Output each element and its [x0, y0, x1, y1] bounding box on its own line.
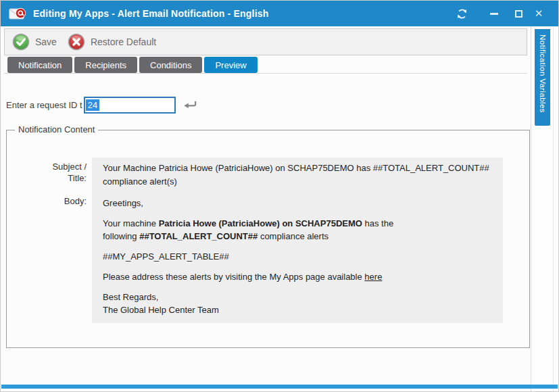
titlebar: Editing My Apps - Alert Email Notificati…	[1, 1, 558, 26]
group-title: Notification Content	[15, 124, 98, 134]
tab-preview[interactable]: Preview	[204, 57, 257, 73]
request-id-selected-text: 24	[86, 99, 99, 111]
window-body: Save Restore Default	[1, 26, 558, 391]
minimize-icon	[490, 13, 498, 15]
window: Editing My Apps - Alert Email Notificati…	[0, 0, 559, 392]
body-table-token: ##MY_APPS_ALERT_TABLE##	[103, 250, 492, 263]
window-controls: ✕	[452, 4, 549, 23]
return-arrow-icon	[183, 100, 197, 110]
tab-recipients[interactable]: Recipients	[74, 57, 137, 73]
restore-default-button[interactable]: Restore Default	[68, 33, 156, 51]
maximize-button[interactable]	[508, 4, 529, 23]
rail-divider	[553, 26, 554, 391]
red-x-circle-icon	[68, 33, 85, 51]
notification-variables-tab[interactable]: Notification Variables	[535, 29, 550, 126]
email-alert-icon	[9, 6, 27, 22]
body-label: Body:	[38, 195, 87, 207]
body-signoff: Best Regards, The Global Help Center Tea…	[103, 291, 492, 316]
here-link[interactable]: here	[364, 272, 382, 282]
subject-title-value: Your Machine Patricia Howe (PatriciaHowe…	[92, 157, 503, 193]
window-bottom-edge	[1, 385, 558, 389]
close-button[interactable]: ✕	[529, 4, 549, 23]
body-value: Greetings, Your machine Patricia Howe (P…	[92, 193, 503, 323]
save-label: Save	[35, 36, 57, 47]
close-icon: ✕	[535, 9, 543, 19]
restore-default-label: Restore Default	[91, 36, 156, 47]
request-id-input[interactable]: 24	[84, 97, 176, 114]
body-greeting: Greetings,	[103, 197, 492, 210]
request-id-label: Enter a request ID t	[6, 100, 82, 110]
refresh-button[interactable]	[452, 4, 472, 23]
body-link-line: Please address these alerts by visiting …	[103, 270, 492, 283]
maximize-icon	[515, 10, 522, 18]
right-rail: Notification Variables	[531, 26, 558, 391]
main-panel: Save Restore Default	[1, 26, 531, 391]
save-button[interactable]: Save	[12, 33, 57, 51]
toolbar: Save Restore Default	[4, 28, 527, 55]
minimize-button[interactable]	[484, 4, 504, 23]
green-check-circle-icon	[12, 33, 30, 51]
request-id-row: Enter a request ID t 24	[6, 96, 527, 114]
tab-notification[interactable]: Notification	[7, 57, 72, 73]
enter-button[interactable]	[183, 100, 197, 110]
body-machine-line: Your machine Patricia Howe (PatriciaHowe…	[103, 217, 492, 243]
subject-title-label: Subject / Title:	[38, 161, 87, 184]
notification-content-group: Notification Content Subject / Title: Yo…	[6, 130, 530, 348]
refresh-icon	[456, 8, 468, 20]
tab-bar: Notification Recipients Conditions Previ…	[4, 57, 527, 74]
window-title: Editing My Apps - Alert Email Notificati…	[33, 8, 269, 19]
tab-conditions[interactable]: Conditions	[139, 57, 202, 73]
